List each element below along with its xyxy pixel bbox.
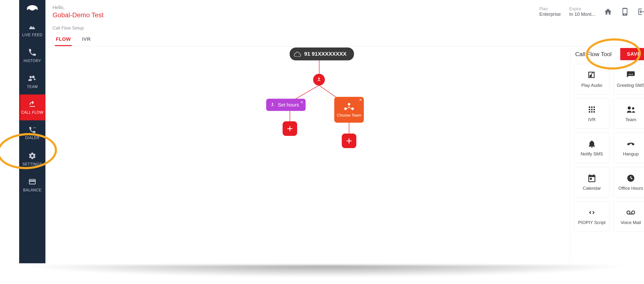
calendar-icon (587, 173, 596, 183)
logout-icon[interactable] (638, 8, 644, 16)
nav-label: SETTINGS (22, 162, 42, 166)
svg-point-16 (627, 211, 630, 214)
nav-settings[interactable]: SETTINGS (19, 146, 46, 172)
tool-label: IVR (588, 117, 596, 122)
close-icon[interactable]: × (300, 100, 303, 105)
choose-team-label: Choose Team (337, 113, 362, 118)
tab-flow[interactable]: FLOW (55, 34, 72, 46)
svg-point-6 (594, 107, 595, 108)
team-icon (343, 102, 355, 112)
nav-label: TEAM (27, 85, 38, 89)
tool-team[interactable]: Team (613, 98, 644, 129)
hangup-icon (626, 139, 636, 148)
account-name: Gobal-Demo Test (52, 11, 104, 19)
tab-ivr[interactable]: IVR (81, 34, 92, 46)
svg-point-8 (591, 109, 593, 110)
svg-point-10 (589, 111, 590, 113)
connector-line (319, 60, 319, 74)
clock-icon (626, 173, 636, 183)
tool-greeting-sms[interactable]: Greeting SMS (613, 64, 644, 95)
tool-notify-sms[interactable]: Notify SMS (574, 133, 610, 163)
home-icon[interactable] (604, 8, 612, 16)
svg-point-2 (344, 107, 347, 110)
nav-team[interactable]: TEAM (19, 69, 46, 95)
tools-panel: Call Flow Tool SAVE Play Audio Greeting … (570, 47, 644, 263)
svg-point-14 (632, 107, 634, 110)
header: Hello, Gobal-Demo Test Plan Enterprise E… (46, 0, 644, 21)
nav-history[interactable]: HISTORY (19, 43, 46, 69)
set-hours-node[interactable]: Set hours × (266, 99, 306, 111)
svg-point-11 (591, 111, 593, 113)
tool-voice-mail[interactable]: Voice Mail (613, 201, 644, 232)
svg-point-1 (348, 103, 350, 106)
tool-label: Play Audio (581, 83, 602, 88)
app-logo (19, 0, 46, 17)
save-button[interactable]: SAVE (620, 48, 644, 60)
sms-icon (626, 71, 636, 80)
svg-point-7 (589, 109, 590, 110)
flow-canvas[interactable]: 91 91XXXXXXXX Set hours × + × (46, 45, 571, 263)
music-note-icon (587, 71, 596, 80)
close-icon[interactable]: × (359, 97, 362, 103)
breadcrumb: Call Flow Setup (46, 21, 644, 31)
tool-label: Office Hours (618, 186, 643, 191)
tool-label: Calendar (583, 186, 601, 191)
nav-label: BALANCE (23, 188, 42, 192)
svg-text:SIP: SIP (33, 127, 36, 129)
tool-label: Hangup (623, 151, 638, 157)
nav-label: LIVE FEED (22, 33, 43, 37)
plan-info: Plan Enterprise (539, 7, 560, 17)
nav-balance[interactable]: BALANCE (19, 172, 46, 198)
expire-label: Expire (569, 7, 581, 12)
tool-play-audio[interactable]: Play Audio (574, 64, 610, 95)
svg-point-4 (589, 107, 590, 108)
nav-call-flow[interactable]: CALL FLOW (19, 95, 46, 120)
nav-label: DIALER (25, 136, 40, 140)
nav-label: CALL FLOW (21, 111, 44, 115)
tool-label: PIOPIY Script (578, 220, 606, 225)
tool-label: Greeting SMS (617, 83, 644, 88)
cloud-icon (294, 51, 301, 57)
tool-ivr[interactable]: IVR (574, 98, 610, 129)
dialpad-icon (587, 105, 596, 114)
tool-calendar[interactable]: Calendar (574, 167, 610, 197)
svg-point-13 (628, 107, 631, 110)
main-area: Hello, Gobal-Demo Test Plan Enterprise E… (46, 0, 644, 263)
tool-label: Voice Mail (620, 220, 641, 225)
add-node-button[interactable]: + (342, 134, 356, 148)
tools-title: Call Flow Tool (575, 51, 612, 57)
cloud-number-pill[interactable]: 91 91XXXXXXXX (290, 48, 354, 61)
plan-label: Plan (539, 7, 548, 12)
connector-line (349, 123, 349, 135)
voicemail-icon (626, 208, 636, 217)
nav-live-feed[interactable]: LIVE FEED (19, 17, 46, 43)
cloud-number: 91 91XXXXXXXX (304, 51, 347, 57)
svg-point-12 (594, 111, 595, 113)
add-node-button[interactable]: + (283, 121, 297, 136)
branch-icon (270, 102, 275, 107)
nav-dialer[interactable]: SIP DIALER (19, 120, 46, 146)
drop-shadow (22, 265, 630, 277)
svg-point-5 (591, 107, 593, 108)
nav-label: HISTORY (24, 59, 41, 63)
svg-point-9 (594, 109, 595, 110)
tool-label: Notify SMS (581, 151, 603, 157)
svg-point-17 (632, 211, 635, 214)
expire-info: Expire In 10 Mont... (569, 7, 595, 17)
choose-team-node[interactable]: × Choose Team (334, 97, 364, 123)
team-icon (626, 105, 636, 114)
split-node[interactable] (313, 74, 325, 86)
tool-office-hours[interactable]: Office Hours (613, 167, 644, 197)
svg-point-3 (351, 107, 354, 110)
tool-label: Team (625, 117, 636, 122)
set-hours-label: Set hours (278, 102, 299, 108)
tool-hangup[interactable]: Hangup (613, 133, 644, 163)
bell-icon (587, 139, 596, 148)
code-icon (587, 208, 596, 217)
tool-piopiy-script[interactable]: PIOPIY Script (574, 201, 610, 232)
sidebar: LIVE FEED HISTORY TEAM CALL FLOW SIP DIA… (19, 0, 46, 263)
mobile-icon[interactable] (621, 8, 629, 16)
plan-value: Enterprise (539, 12, 560, 17)
expire-value: In 10 Mont... (569, 12, 595, 17)
tabs: FLOW IVR (46, 31, 644, 46)
